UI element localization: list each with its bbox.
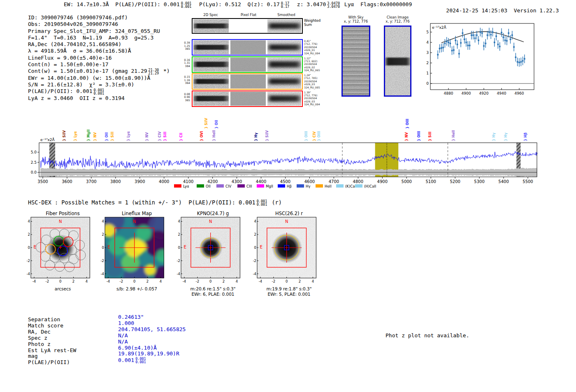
x-tick-label: 4500 xyxy=(280,179,290,184)
match-row-label: Photo z xyxy=(28,341,76,348)
data-point xyxy=(451,50,453,51)
match-table-values: 0.24613"1.000204.704105, 51.665825N/AN/A… xyxy=(118,314,186,364)
y-tick-label: 0 xyxy=(102,246,104,250)
match-row-value: 204.704105, 51.665825 xyxy=(118,327,186,333)
match-row-label: RA, Dec xyxy=(28,329,76,335)
match-row-value: 19.89(19.89,19.90)R xyxy=(118,351,186,357)
x-tick-label: 3700 xyxy=(86,179,96,184)
spec2d-col-title: 2D Spec xyxy=(192,13,229,17)
data-point xyxy=(442,47,444,49)
x-tick-label: 3900 xyxy=(135,179,145,184)
match-row-value: 0.0010.0010.001 xyxy=(118,357,186,364)
cutout-title: Fiber Positions xyxy=(24,211,98,216)
line-marker-Hγ: } Hγ xyxy=(492,132,496,141)
x-tick-label: 4940 xyxy=(497,91,506,95)
y-tick-label: 4 xyxy=(102,219,104,223)
line-marker-SiIV: } SiIV xyxy=(63,130,66,141)
x-tick-label: 4960 xyxy=(515,91,524,95)
legend-swatch-HeII xyxy=(316,184,323,188)
spec2d-col-title: Pixel Flat xyxy=(230,13,267,17)
match-row-label: Separation xyxy=(28,317,76,323)
line-marker-HeII: } HeII xyxy=(212,130,216,141)
stacked-uncertainty: 0.0010.001 xyxy=(135,357,146,364)
stacked-uncertainty: 0.0010.001 xyxy=(257,199,267,206)
x-tick-label: 3800 xyxy=(110,179,121,184)
data-point xyxy=(487,35,488,36)
data-point xyxy=(518,62,520,63)
legend-swatch-Hβ xyxy=(278,184,285,188)
y-tick-label: 1 xyxy=(426,71,429,75)
spectral-trace-band xyxy=(267,79,301,85)
spec2d-row-right-label: 1.12"(713, 602)20190504v026_02324_RU_065 xyxy=(304,57,329,72)
data-point xyxy=(495,35,497,37)
data-point xyxy=(511,35,513,36)
line-marker-OIII: } OIII xyxy=(317,131,321,141)
y-tick-label: 0.0 xyxy=(31,170,37,174)
north-label: N xyxy=(59,219,62,224)
data-point xyxy=(446,41,448,42)
data-point xyxy=(492,31,494,33)
x-tick-label: 4100 xyxy=(183,179,193,184)
x-tick-label: 3600 xyxy=(62,179,72,184)
data-point xyxy=(467,45,469,46)
report-datetime: 2024-12-25 14:25:03 xyxy=(446,7,507,14)
cutout-plot: NE-4-4-2-2002244 xyxy=(98,216,172,285)
spec2d-row xyxy=(192,39,303,56)
data-point xyxy=(503,37,504,38)
x-tick-label: 4700 xyxy=(329,179,339,184)
catalog-match-heading: HSC-DEX : Possible Matches = 1 (within +… xyxy=(28,199,282,206)
data-point xyxy=(522,60,524,62)
cutout-title: HSC(26.2) r xyxy=(250,211,325,216)
x-tick-label: 4 xyxy=(312,279,314,283)
x-tick-label: 4920 xyxy=(479,91,489,95)
x-tick-label: 2 xyxy=(72,279,74,283)
x-tick-label: 5200 xyxy=(450,179,460,184)
data-point xyxy=(524,58,525,60)
info-line-2: Primary Spec_Slot_IFU_AMP: 324_075_055_R… xyxy=(28,28,170,35)
pixelflat-strip xyxy=(230,58,266,72)
info-line-6: LineFlux = 9.00(±5.40)e-16 xyxy=(28,55,170,61)
data-point xyxy=(510,39,511,40)
y-tick-label: 2.5 xyxy=(31,160,37,165)
line-marker-NV: } NV xyxy=(145,132,149,141)
y-tick-label: 2 xyxy=(254,232,256,237)
data-point xyxy=(494,42,495,43)
line-marker-Hγ: } Hγ xyxy=(504,132,508,141)
info-line-8: Cont(w) = 1.50(±0.01)e-17 (gmag 21.2921.… xyxy=(28,68,170,75)
x-tick-label: 4 xyxy=(236,279,238,283)
data-point xyxy=(441,47,442,49)
data-point xyxy=(464,39,465,40)
y-axis-units-label: e⁻¹⁷x2Å xyxy=(432,25,447,30)
clean-image-title: Clean Imagex, y: 712, 776 xyxy=(378,16,418,23)
spectral-trace-band xyxy=(267,95,301,102)
x-tick-label: 4 xyxy=(86,279,88,283)
cutout-image-3: HSC(26.2) rNE-4-4-2-2002244m:19.9 re:1.8… xyxy=(250,211,325,297)
data-point xyxy=(474,37,476,39)
line-marker-CIV: } CIV xyxy=(158,131,162,141)
x-tick-label: -4 xyxy=(183,279,186,283)
photz-unavailable-notice: Phot z plot not available. xyxy=(386,332,469,339)
y-axis-units-label: e⁻¹⁷x2Å xyxy=(40,137,55,142)
east-label: E xyxy=(33,245,36,249)
x-tick-label: 4400 xyxy=(256,179,266,184)
x-tick-label: 4300 xyxy=(232,179,242,184)
spec2d-row-right-label: 1.39"(712, 776)20190504v026_03324_RU_084 xyxy=(304,91,329,106)
east-label: E xyxy=(107,245,110,249)
line-marker-HeII: } HeII xyxy=(452,130,455,141)
match-row-label: P(LAE)/P(OII) xyxy=(28,360,76,366)
data-point xyxy=(499,46,501,47)
spec2d-strip xyxy=(193,74,229,88)
x-tick-label: -4 xyxy=(259,279,262,283)
elixer-detection-report: EW: 14.7±10.3Å P(LAE)/P(OII): 0.0010.001… xyxy=(0,0,576,392)
stacked-uncertainty: 21.3021.29 xyxy=(149,68,159,75)
cutout-caption: m:19.9 re:1.8" s:0.3" xyxy=(250,286,325,292)
data-point xyxy=(515,56,517,58)
x-tick-label: 4200 xyxy=(207,179,218,184)
data-point xyxy=(437,54,439,56)
x-tick-label: -4 xyxy=(33,279,36,283)
spectral-trace-band xyxy=(267,44,301,51)
cutout-caption: arcsecs xyxy=(24,286,98,292)
spectrum-line xyxy=(40,151,538,169)
match-row-label: Match score xyxy=(28,323,76,329)
stacked-uncertainty: 0.0010.001 xyxy=(181,2,192,8)
